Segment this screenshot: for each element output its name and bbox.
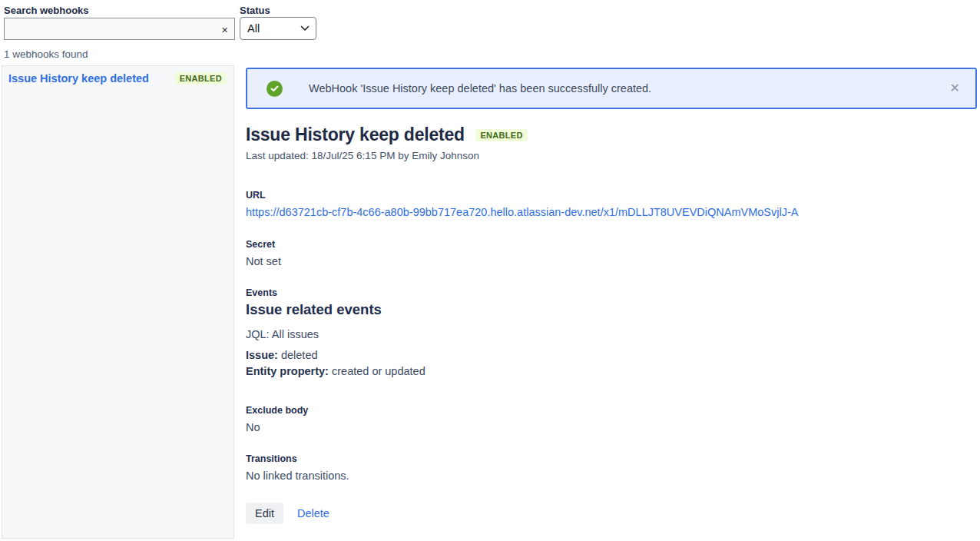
detail-status-badge: ENABLED xyxy=(475,129,527,141)
events-heading: Issue related events xyxy=(246,301,382,318)
entity-property-value: created or updated xyxy=(332,365,425,377)
issue-value: deleted xyxy=(281,349,318,361)
page-title: Issue History keep deleted xyxy=(246,124,465,144)
entity-property-line: Entity property: created or updated xyxy=(246,365,425,377)
webhook-list: Issue History keep deleted ENABLED xyxy=(2,65,234,539)
results-count: 1 webhooks found xyxy=(4,48,88,60)
secret-value: Not set xyxy=(246,255,281,267)
status-select[interactable]: All xyxy=(240,17,316,40)
webhook-list-item-label[interactable]: Issue History keep deleted xyxy=(8,72,149,85)
actions-row: Edit Delete xyxy=(246,503,329,524)
jql-label: JQL: xyxy=(246,328,270,340)
search-webhooks-label: Search webhooks xyxy=(4,5,89,16)
transitions-label: Transitions xyxy=(246,453,297,464)
edit-button[interactable]: Edit xyxy=(246,503,283,524)
close-icon[interactable]: ✕ xyxy=(950,82,960,95)
success-banner: WebHook 'Issue History keep deleted' has… xyxy=(246,68,977,109)
search-input-wrap: × xyxy=(4,18,235,40)
exclude-body-value: No xyxy=(246,421,260,433)
page-title-row: Issue History keep deleted ENABLED xyxy=(246,124,528,145)
events-label: Events xyxy=(246,287,277,298)
webhook-status-badge: ENABLED xyxy=(175,72,227,85)
last-updated-text: Last updated: 18/Jul/25 6:15 PM by Emily… xyxy=(246,150,479,161)
status-select-wrap: All xyxy=(240,17,316,40)
exclude-body-label: Exclude body xyxy=(246,405,308,416)
search-input[interactable] xyxy=(4,18,235,40)
banner-message: WebHook 'Issue History keep deleted' has… xyxy=(309,82,651,95)
success-check-icon xyxy=(267,81,283,97)
webhook-list-item[interactable]: Issue History keep deleted ENABLED xyxy=(2,66,233,91)
entity-property-label: Entity property: xyxy=(246,365,329,377)
delete-link[interactable]: Delete xyxy=(297,507,329,519)
status-label: Status xyxy=(240,5,270,16)
webhook-url-link[interactable]: https://d63721cb-cf7b-4c66-a80b-99bb717e… xyxy=(246,206,798,218)
issue-line: Issue: deleted xyxy=(246,349,318,361)
issue-label: Issue: xyxy=(246,349,278,361)
webhook-detail-panel: WebHook 'Issue History keep deleted' has… xyxy=(246,68,977,541)
clear-search-icon[interactable]: × xyxy=(221,23,228,35)
jql-line: JQL: All issues xyxy=(246,328,319,340)
transitions-value: No linked transitions. xyxy=(246,470,349,482)
jql-value: All issues xyxy=(272,328,319,340)
url-label: URL xyxy=(246,190,266,201)
secret-label: Secret xyxy=(246,239,275,250)
